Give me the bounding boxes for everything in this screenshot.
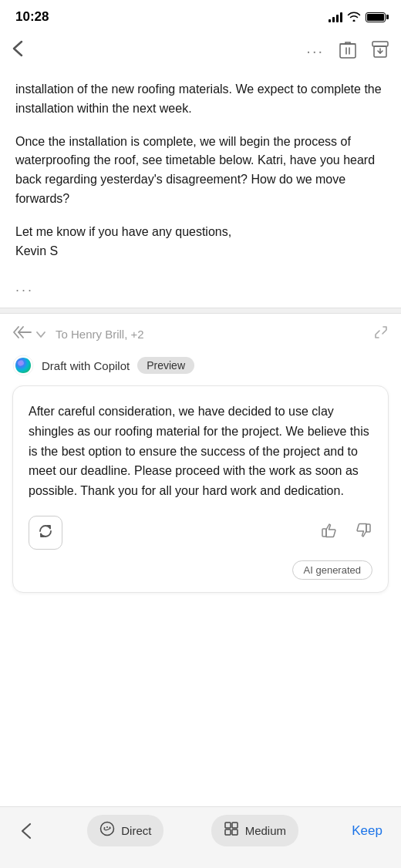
email-paragraph-1: installation of the new roofing material… xyxy=(15,80,386,119)
draft-copilot-label: Draft with Copilot xyxy=(42,359,130,372)
draft-content-text: After careful consideration, we have dec… xyxy=(29,402,372,500)
medium-icon xyxy=(224,821,239,840)
more-content-indicator: ··· xyxy=(0,276,401,308)
bottom-toolbar: Direct Medium Keep xyxy=(0,806,401,868)
direct-button[interactable]: Direct xyxy=(87,815,163,846)
battery-icon xyxy=(366,12,386,22)
medium-button[interactable]: Medium xyxy=(211,815,298,846)
svg-point-10 xyxy=(110,827,111,829)
medium-label: Medium xyxy=(245,824,286,837)
ai-generated-row: AI generated xyxy=(29,560,372,580)
status-icons xyxy=(329,11,386,24)
section-divider xyxy=(0,308,401,314)
signal-icon xyxy=(329,12,342,22)
reply-all-button[interactable] xyxy=(12,325,32,343)
email-paragraph-3: Let me know if you have any questions, K… xyxy=(15,223,386,261)
svg-rect-0 xyxy=(340,44,356,58)
reply-expand-chevron[interactable] xyxy=(35,328,46,341)
svg-rect-1 xyxy=(372,42,388,46)
direct-label: Direct xyxy=(121,824,151,837)
toolbar-back-button[interactable] xyxy=(12,817,40,845)
svg-point-7 xyxy=(101,823,114,836)
keep-button[interactable]: Keep xyxy=(345,820,389,842)
refresh-icon xyxy=(37,523,54,543)
direct-icon xyxy=(99,821,115,840)
wifi-icon xyxy=(347,11,361,24)
svg-rect-13 xyxy=(225,829,231,835)
nav-bar: ··· xyxy=(0,31,401,71)
refresh-button[interactable] xyxy=(29,516,62,550)
svg-rect-6 xyxy=(366,524,370,532)
reply-header-left: To Henry Brill, +2 xyxy=(12,325,144,343)
draft-card: After careful consideration, we have dec… xyxy=(12,385,389,593)
email-paragraph-2: Once the installation is complete, we wi… xyxy=(15,133,386,209)
expand-button[interactable] xyxy=(373,325,389,344)
svg-rect-14 xyxy=(232,829,238,835)
ai-generated-badge: AI generated xyxy=(292,560,372,580)
archive-button[interactable] xyxy=(372,41,389,62)
reply-to-text: To Henry Brill, +2 xyxy=(56,328,144,341)
draft-actions xyxy=(29,516,372,550)
back-button[interactable] xyxy=(12,37,29,65)
status-bar: 10:28 xyxy=(0,0,401,31)
more-options-button[interactable]: ··· xyxy=(306,42,324,60)
svg-point-8 xyxy=(104,827,106,829)
thumbs-up-button[interactable] xyxy=(320,521,339,544)
trash-button[interactable] xyxy=(339,40,356,62)
feedback-icons xyxy=(320,521,372,544)
nav-actions: ··· xyxy=(306,40,389,62)
svg-rect-12 xyxy=(232,823,238,828)
status-time: 10:28 xyxy=(15,9,49,25)
svg-rect-11 xyxy=(225,823,231,828)
draft-copilot-row[interactable]: Draft with Copilot Preview xyxy=(0,352,401,385)
email-body: installation of the new roofing material… xyxy=(0,71,401,276)
svg-point-9 xyxy=(106,826,108,828)
svg-rect-5 xyxy=(322,529,326,537)
reply-header: To Henry Brill, +2 xyxy=(0,314,401,352)
thumbs-down-button[interactable] xyxy=(354,521,372,544)
preview-badge: Preview xyxy=(137,357,194,374)
copilot-logo-icon xyxy=(12,355,34,376)
